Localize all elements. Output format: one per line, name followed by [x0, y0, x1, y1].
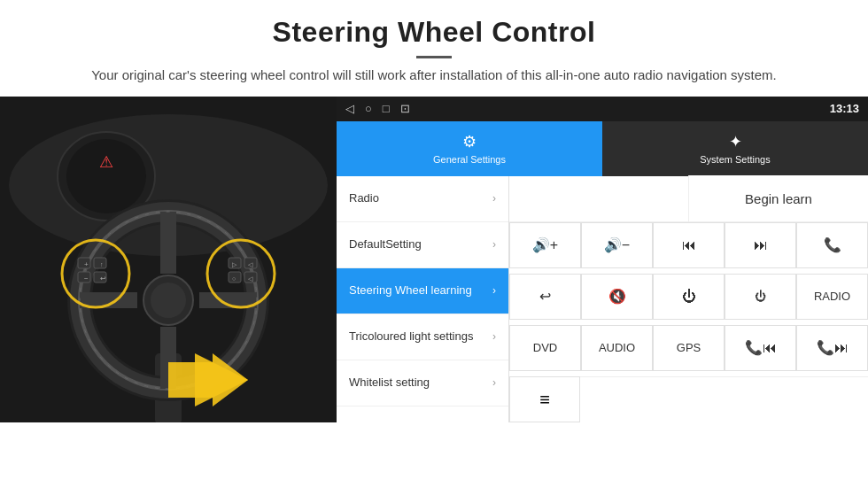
gps-button[interactable]: GPS: [653, 325, 725, 371]
status-time: 13:13: [830, 102, 859, 115]
power-button[interactable]: ⏻: [653, 274, 725, 320]
status-bar-nav-icons: ◁ ○ □ ⊡: [345, 102, 410, 115]
menu-steering-label: Steering Wheel learning: [349, 283, 472, 298]
svg-point-3: [66, 139, 146, 213]
menu-item-tricoloured[interactable]: Tricoloured light settings ›: [337, 314, 508, 360]
vol-down-icon: 🔊−: [604, 236, 630, 253]
svg-text:↑: ↑: [100, 261, 104, 267]
radio-button[interactable]: ⏻: [725, 274, 796, 320]
mode-label: RADIO: [814, 290, 850, 303]
status-bar: ◁ ○ □ ⊡ 13:13: [337, 97, 868, 121]
audio-button[interactable]: AUDIO: [581, 325, 653, 371]
content-area: Radio › DefaultSetting › Steering Wheel …: [337, 176, 868, 422]
right-panel: Begin learn 🔊+ 🔊− ⏮ ⏭: [509, 176, 868, 422]
list-icon: ≡: [539, 390, 550, 410]
back-icon[interactable]: ◁: [345, 102, 354, 115]
list-icon-box[interactable]: ≡: [509, 376, 580, 422]
radio-label: ⏻: [755, 290, 766, 303]
menu-item-radio[interactable]: Radio ›: [337, 176, 508, 222]
menu-item-default[interactable]: DefaultSetting ›: [337, 222, 508, 268]
menu-icon[interactable]: ⊡: [400, 102, 410, 115]
panel-top-row: Begin learn: [509, 176, 868, 222]
android-unit: ◁ ○ □ ⊡ 13:13 ⚙ General Settings ✦ Syste…: [337, 97, 868, 422]
general-settings-icon: ⚙: [462, 132, 477, 151]
power-icon: ⏻: [682, 289, 696, 305]
chevron-icon: ›: [492, 330, 496, 343]
phone-button[interactable]: 📞: [796, 222, 868, 268]
menu-radio-label: Radio: [349, 191, 379, 206]
title-divider: [416, 56, 452, 58]
menu-item-steering[interactable]: Steering Wheel learning ›: [337, 268, 508, 314]
chevron-icon: ›: [492, 284, 496, 297]
begin-learn-button[interactable]: Begin learn: [688, 175, 868, 221]
tab-system-settings[interactable]: ✦ System Settings: [602, 121, 868, 176]
tab-system-label: System Settings: [700, 154, 770, 165]
hang-up-button[interactable]: ↩: [509, 274, 581, 320]
dvd-label: DVD: [533, 341, 557, 354]
car-image-section: ⚠: [0, 97, 337, 422]
mute-button[interactable]: 🔇: [581, 274, 653, 320]
tabs-row: ⚙ General Settings ✦ System Settings: [337, 121, 868, 176]
mute-icon: 🔇: [608, 288, 626, 305]
chevron-icon: ›: [492, 192, 496, 205]
svg-text:⚠: ⚠: [99, 153, 113, 171]
menu-whitelist-label: Whitelist setting: [349, 375, 430, 391]
panel-last-row: ≡: [509, 376, 868, 422]
system-settings-icon: ✦: [729, 132, 742, 151]
chevron-icon: ›: [492, 238, 496, 251]
phone-icon: 📞: [824, 236, 841, 253]
tel-prev-button[interactable]: 📞⏮: [725, 325, 796, 371]
hang-up-icon: ↩: [539, 288, 551, 305]
svg-point-14: [151, 283, 186, 318]
prev-track-icon: ⏮: [682, 237, 696, 253]
svg-text:−: −: [84, 275, 89, 283]
chevron-icon: ›: [492, 376, 496, 389]
home-icon[interactable]: ○: [365, 102, 372, 115]
tab-general-label: General Settings: [433, 154, 506, 165]
audio-label: AUDIO: [599, 341, 635, 354]
next-track-button[interactable]: ⏭: [725, 222, 796, 268]
svg-text:↩: ↩: [100, 275, 106, 283]
prev-track-button[interactable]: ⏮: [653, 222, 725, 268]
recents-icon[interactable]: □: [383, 102, 390, 115]
tel-prev-icon: 📞⏮: [745, 339, 777, 356]
tel-next-button[interactable]: 📞⏭: [796, 325, 868, 371]
page-header: Steering Wheel Control Your original car…: [0, 0, 868, 97]
page-title: Steering Wheel Control: [18, 16, 850, 49]
gps-label: GPS: [677, 341, 701, 354]
menu-tricoloured-label: Tricoloured light settings: [349, 329, 473, 345]
menu-default-label: DefaultSetting: [349, 237, 422, 252]
tel-next-icon: 📞⏭: [817, 339, 849, 356]
main-content: ⚠: [0, 97, 868, 422]
vol-down-button[interactable]: 🔊−: [581, 222, 653, 268]
dvd-button[interactable]: DVD: [509, 325, 581, 371]
tab-general-settings[interactable]: ⚙ General Settings: [337, 121, 602, 176]
next-track-icon: ⏭: [754, 237, 768, 253]
page-subtitle: Your original car's steering wheel contr…: [18, 66, 850, 86]
vol-up-icon: 🔊+: [532, 236, 558, 253]
mode-button[interactable]: RADIO: [796, 274, 868, 320]
svg-text:○: ○: [232, 275, 236, 282]
menu-item-whitelist[interactable]: Whitelist setting ›: [337, 360, 508, 406]
control-button-grid: 🔊+ 🔊− ⏮ ⏭ 📞 ↩: [509, 222, 868, 376]
left-menu: Radio › DefaultSetting › Steering Wheel …: [337, 176, 509, 422]
vol-up-button[interactable]: 🔊+: [509, 222, 581, 268]
svg-text:+: +: [84, 260, 89, 268]
